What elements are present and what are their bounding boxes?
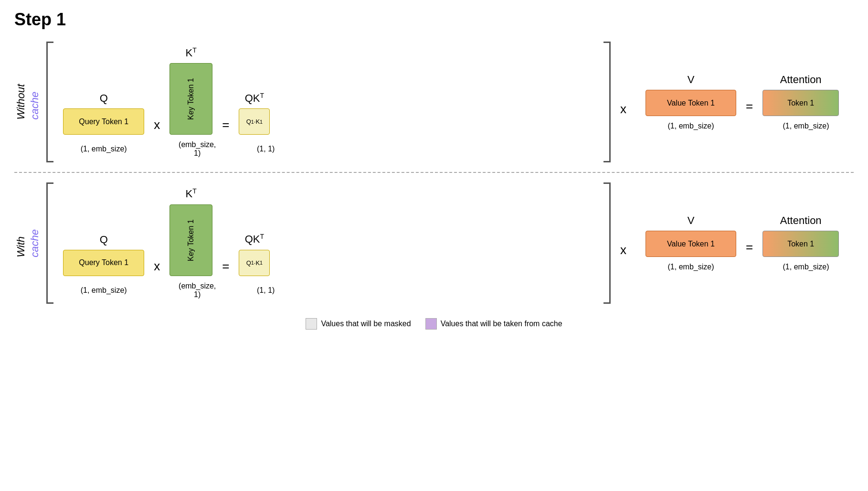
equals-op-mid-1: =: [746, 99, 753, 114]
bracket-right-1: [603, 42, 611, 162]
multiply-op-1: x: [154, 117, 160, 132]
qk-dim-1: (1, 1): [250, 145, 281, 153]
equals-op-1: =: [222, 117, 229, 132]
attn-token-box-1: Token 1: [762, 90, 839, 116]
attn-label-2: Attention: [780, 214, 822, 227]
v-group-2: V Value Token 1: [646, 214, 736, 257]
query-token-box-2: Query Token 1: [63, 250, 144, 276]
kt-label-2: KT: [186, 187, 197, 200]
equals-op-2: =: [222, 259, 229, 274]
attn-dim-2: (1, emb_size): [768, 263, 844, 271]
attn-group-1: Attention Token 1: [762, 74, 839, 116]
legend-masked-label: Values that will be masked: [321, 320, 411, 328]
main-container: Withoutcache Q Query Token 1 x: [14, 34, 854, 330]
kt-label-1: KT: [186, 46, 197, 59]
v-label-2: V: [688, 214, 695, 227]
qk-token-box-2: Q1·K1: [239, 250, 270, 276]
qkt-label-2: QKT: [245, 233, 264, 246]
key-token-box-1: Key Token 1: [169, 63, 212, 135]
legend: Values that will be masked Values that w…: [14, 318, 854, 330]
section-separator: [14, 172, 854, 173]
v-dim-1: (1, emb_size): [646, 122, 736, 130]
attn-token-box-2: Token 1: [762, 231, 839, 257]
equals-op-mid-2: =: [746, 240, 753, 255]
qk-token-box-1: Q1·K1: [239, 108, 270, 135]
value-token-box-2: Value Token 1: [646, 231, 736, 257]
q-label-1: Q: [100, 92, 108, 105]
kt-group-2: KT Key Token 1: [169, 187, 212, 276]
section-label-without: Withoutcache: [14, 84, 42, 119]
query-token-box-1: Query Token 1: [63, 108, 144, 135]
legend-cache: Values that will be taken from cache: [425, 318, 562, 330]
q-group-1: Q Query Token 1: [63, 92, 144, 135]
multiply-mid-1: x: [620, 87, 626, 117]
k-dim-2: (emb_size, 1): [176, 282, 219, 299]
kt-group-1: KT Key Token 1: [169, 46, 212, 135]
v-group-1: V Value Token 1: [646, 74, 736, 116]
q-dim-2: (1, emb_size): [63, 286, 144, 295]
equation-1: Q Query Token 1 x KT Key Token 1 = QKT: [53, 42, 603, 162]
value-token-box-1: Value Token 1: [646, 90, 736, 116]
qkt-label-1: QKT: [245, 92, 264, 105]
section-label-with: Withcache: [14, 229, 42, 257]
multiply-op-2: x: [154, 259, 160, 274]
section-without-cache: Withoutcache Q Query Token 1 x: [14, 34, 854, 170]
right-equation-2: V Value Token 1 = Attention Token 1 (1, …: [636, 210, 854, 276]
bracket-left-2: [46, 182, 53, 303]
attn-group-2: Attention Token 1: [762, 214, 839, 257]
legend-box-masked: [306, 318, 317, 330]
equation-2: Q Query Token 1 x KT Key Token 1 = QKT: [53, 182, 603, 303]
attn-dim-1: (1, emb_size): [768, 122, 844, 130]
bracket-right-2: [603, 182, 611, 303]
attn-label-1: Attention: [780, 74, 822, 86]
legend-masked: Values that will be masked: [306, 318, 411, 330]
q-dim-1: (1, emb_size): [63, 145, 144, 153]
right-equation-1: V Value Token 1 = Attention Token 1 (1, …: [636, 69, 854, 135]
qk-dim-2: (1, 1): [250, 286, 281, 295]
section-with-cache: Withcache Q Query Token 1 x: [14, 175, 854, 310]
qkt-group-2: QKT Q1·K1: [239, 233, 270, 276]
key-token-box-2: Key Token 1: [169, 204, 212, 276]
k-dim-1: (emb_size, 1): [176, 140, 219, 158]
bracket-left-1: [46, 42, 53, 162]
qkt-group-1: QKT Q1·K1: [239, 92, 270, 135]
q-group-2: Q Query Token 1: [63, 234, 144, 276]
v-label-1: V: [688, 74, 695, 86]
v-dim-2: (1, emb_size): [646, 263, 736, 271]
legend-box-cache: [425, 318, 437, 330]
legend-cache-label: Values that will be taken from cache: [441, 320, 562, 328]
step-title: Step 1: [14, 10, 854, 30]
page-container: Step 1 Withoutcache Q Query: [14, 10, 854, 330]
multiply-mid-2: x: [620, 228, 626, 257]
q-label-2: Q: [100, 234, 108, 246]
